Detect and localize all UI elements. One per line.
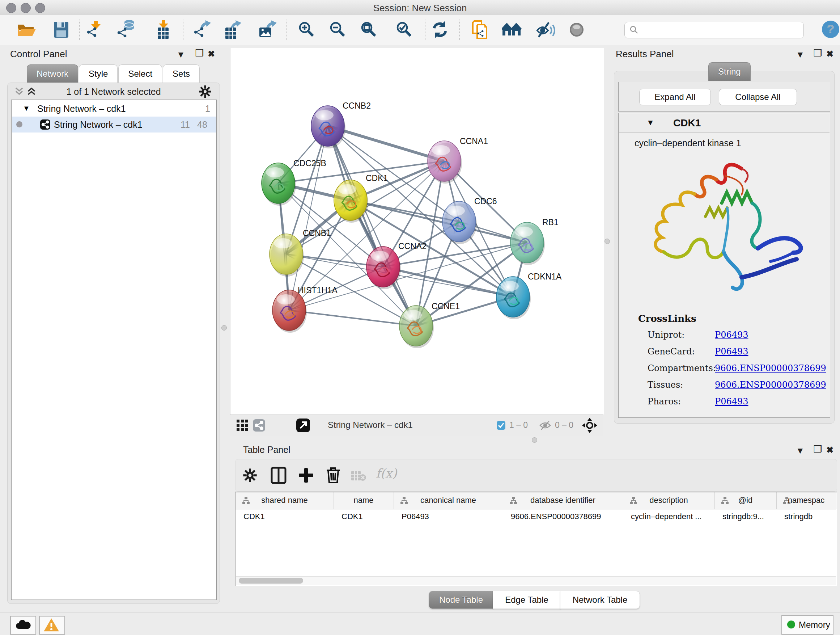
collapse-all-button[interactable]: Collapse All xyxy=(719,89,797,105)
column-header-name[interactable]: name xyxy=(333,492,394,509)
column-header-canonical-name[interactable]: canonical name xyxy=(393,492,503,509)
tab-string[interactable]: String xyxy=(708,62,751,81)
hidden-eye-slash-icon[interactable] xyxy=(539,420,551,432)
hide-glasses-icon[interactable] xyxy=(536,19,556,40)
help-icon[interactable]: ? ? xyxy=(821,20,840,40)
tab-select[interactable]: Select xyxy=(118,65,162,83)
table-settings-gear-icon[interactable] xyxy=(242,467,258,485)
lens-icon[interactable] xyxy=(567,19,587,40)
export-image-icon[interactable] xyxy=(257,19,278,40)
import-table-icon[interactable] xyxy=(153,19,173,40)
open-session-icon[interactable] xyxy=(16,19,36,40)
results-panel-collapse-icon[interactable]: ▼ xyxy=(796,50,805,59)
table-cell[interactable]: cyclin–dependent ... xyxy=(631,512,702,521)
warnings-button[interactable] xyxy=(39,616,65,635)
network-node-CDKN1A[interactable]: CDKN1A xyxy=(496,272,562,319)
control-panel-float-icon[interactable]: ❒ xyxy=(195,49,204,58)
application-window: Session: New Session ? ? Control Panel ▼… xyxy=(0,0,840,635)
bottom-splitter-grip[interactable] xyxy=(532,437,537,443)
results-panel-float-icon[interactable]: ❒ xyxy=(813,49,822,58)
cloud-button[interactable] xyxy=(10,616,36,635)
protein-section-header[interactable]: ▼ CDK1 xyxy=(619,114,829,133)
table-cell[interactable]: P06493 xyxy=(401,512,429,521)
search-box[interactable] xyxy=(624,22,804,38)
fit-content-crosshair-icon[interactable] xyxy=(582,417,598,435)
column-header-database-identifier[interactable]: database identifier xyxy=(503,492,623,509)
table-panel-float-icon[interactable]: ❒ xyxy=(813,445,822,454)
export-table-icon[interactable] xyxy=(222,19,242,40)
tab-style[interactable]: Style xyxy=(79,65,118,83)
crosslink-link[interactable]: 9606.ENSP00000378699 xyxy=(715,363,826,373)
network-canvas[interactable]: CCNB2CCNA1CDC25BCDK1CDC6RB1CCNB1CCNA2CDK… xyxy=(230,48,604,415)
crosslink-link[interactable]: 9606.ENSP00000378699 xyxy=(715,380,826,390)
table-panel-collapse-icon[interactable]: ▼ xyxy=(796,446,805,455)
network-node-CCNE1[interactable]: CCNE1 xyxy=(399,302,460,348)
export-network-icon[interactable] xyxy=(192,19,212,40)
network-share-icon[interactable] xyxy=(253,419,265,433)
tab-node-table[interactable]: Node Table xyxy=(429,591,493,609)
zoom-selected-icon[interactable] xyxy=(394,19,415,40)
network-node-HIST1H1A[interactable]: HIST1H1A xyxy=(272,286,338,333)
show-columns-icon[interactable] xyxy=(270,467,287,486)
create-column-plus-icon[interactable] xyxy=(298,467,314,486)
refresh-icon[interactable] xyxy=(430,19,450,40)
network-node-CDC25B[interactable]: CDC25B xyxy=(262,158,326,206)
birdseye-grid-icon[interactable] xyxy=(236,419,249,433)
crosslink-link[interactable]: P06493 xyxy=(715,347,748,356)
results-panel-close-icon[interactable]: ✖ xyxy=(826,49,834,59)
network-node-CDK1[interactable]: CDK1 xyxy=(334,173,388,223)
delete-column-trash-icon[interactable] xyxy=(325,466,341,486)
network-options-gear-icon[interactable] xyxy=(198,84,212,100)
crosslink-row: Pharos:P06493 xyxy=(647,396,821,413)
open-in-new-window-icon[interactable] xyxy=(296,418,310,434)
crosslink-link[interactable]: P06493 xyxy=(715,396,748,407)
tab-network-table[interactable]: Network Table xyxy=(560,591,640,609)
save-session-icon[interactable] xyxy=(51,19,71,40)
network-node-count: 11 xyxy=(180,119,190,130)
crosslink-label: Pharos: xyxy=(647,396,681,407)
column-header-namespac[interactable]: namespac xyxy=(776,492,836,509)
network-node-CCNA1[interactable]: CCNA1 xyxy=(428,136,488,184)
table-header-row[interactable]: shared namenamecanonical namedatabase id… xyxy=(235,492,836,509)
table-horizontal-scrollbar[interactable] xyxy=(236,576,836,585)
zoom-out-icon[interactable] xyxy=(328,19,348,40)
protein-collapse-icon[interactable]: ▼ xyxy=(646,118,654,127)
right-splitter-grip[interactable] xyxy=(605,239,610,244)
control-panel-close-icon[interactable]: ✖ xyxy=(208,49,215,59)
network-row[interactable]: String Network – cdk1 11 48 xyxy=(12,117,216,133)
tab-edge-table[interactable]: Edge Table xyxy=(493,591,561,609)
table-cell[interactable]: stringdb xyxy=(784,512,813,521)
selected-checkbox-icon[interactable] xyxy=(496,421,506,432)
tab-sets[interactable]: Sets xyxy=(163,65,200,83)
table-cell[interactable]: CDK1 xyxy=(243,512,265,521)
zoom-fit-icon[interactable] xyxy=(359,19,379,40)
network-node-RB1[interactable]: RB1 xyxy=(510,218,559,265)
tab-network[interactable]: Network xyxy=(27,65,78,83)
network-node-CDC6[interactable]: CDC6 xyxy=(442,196,497,244)
results-controls-box: Expand All Collapse All xyxy=(618,82,830,111)
string-import-icon[interactable] xyxy=(471,19,491,40)
collection-expand-icon[interactable]: ▼ xyxy=(23,104,30,112)
network-node-CCNB2[interactable]: CCNB2 xyxy=(311,101,371,149)
column-header--id[interactable]: @id xyxy=(714,492,777,509)
left-splitter-grip[interactable] xyxy=(221,325,227,331)
string-home-icon[interactable] xyxy=(502,19,522,40)
scrollbar-thumb[interactable] xyxy=(239,578,303,584)
network-collection-row[interactable]: ▼ String Network – cdk1 1 xyxy=(12,101,216,117)
crosslink-link[interactable]: P06493 xyxy=(715,330,748,340)
table-cell[interactable]: CDK1 xyxy=(341,512,363,521)
table-cell[interactable]: stringdb:9... xyxy=(722,512,764,521)
memory-button[interactable]: Memory xyxy=(782,615,834,635)
control-panel-collapse-icon[interactable]: ▼ xyxy=(177,50,185,59)
expand-all-button[interactable]: Expand All xyxy=(639,89,711,105)
table-cell[interactable]: 9606.ENSP00000378699 xyxy=(511,512,601,521)
table-panel-close-icon[interactable]: ✖ xyxy=(826,445,834,455)
column-header-shared-name[interactable]: shared name xyxy=(235,492,334,509)
import-network-file-icon[interactable] xyxy=(85,19,105,40)
network-node-CCNA2[interactable]: CCNA2 xyxy=(366,241,426,289)
import-network-database-icon[interactable] xyxy=(116,19,136,40)
zoom-in-icon[interactable] xyxy=(297,19,317,40)
status-bar: Memory xyxy=(0,613,840,635)
search-input[interactable] xyxy=(641,24,798,36)
column-header-description[interactable]: description xyxy=(623,492,715,509)
